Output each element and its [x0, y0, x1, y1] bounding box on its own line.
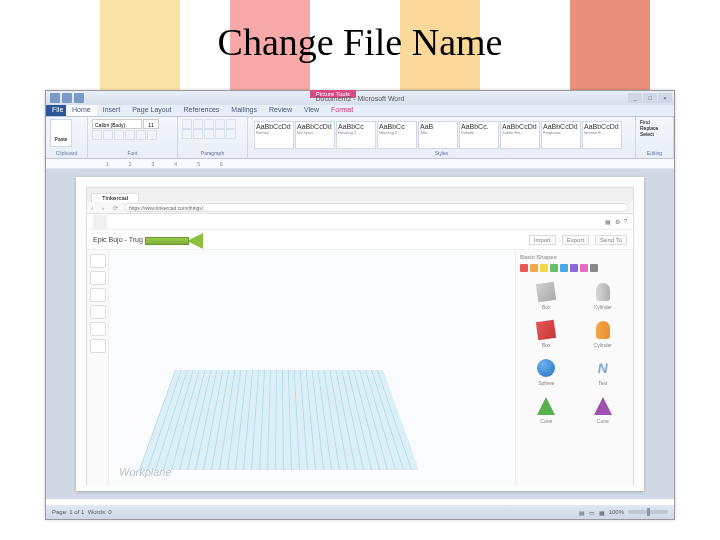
align-center-icon[interactable]	[193, 129, 203, 139]
style-item[interactable]: AaBbCcDdNormal	[254, 121, 294, 149]
number-list-icon[interactable]	[193, 119, 203, 129]
callout-arrow-icon	[145, 234, 205, 248]
zoom-out-icon[interactable]	[90, 322, 106, 336]
view-web-icon[interactable]: ▦	[599, 509, 605, 516]
style-item[interactable]: AaBbCcDdIntense E...	[582, 121, 622, 149]
sendto-button[interactable]: Send To	[595, 235, 627, 245]
reload-icon[interactable]: ⟳	[113, 204, 121, 211]
styles-group: AaBbCcDdNormalAaBbCcDdNo Spaci...AaBbCcH…	[248, 117, 636, 158]
canvas-3d[interactable]: Workplane	[109, 250, 515, 486]
tab-view[interactable]: View	[298, 105, 325, 116]
shape-sphere[interactable]: Sphere	[520, 354, 573, 388]
forward-icon[interactable]: ›	[102, 205, 110, 211]
fit-view-icon[interactable]	[90, 288, 106, 302]
word-count: Words: 0	[88, 509, 112, 515]
style-item[interactable]: AaBbCcDdNo Spaci...	[295, 121, 335, 149]
group-label: Styles	[252, 150, 631, 156]
font-group: Calibri (Body) 11 Font	[88, 117, 178, 158]
view-print-icon[interactable]: ▤	[579, 509, 585, 516]
close-button[interactable]: ×	[658, 93, 672, 103]
ortho-view-icon[interactable]	[90, 339, 106, 353]
line-spacing-icon[interactable]	[226, 129, 236, 139]
import-button[interactable]: Import	[529, 235, 556, 245]
color-swatch[interactable]	[570, 264, 578, 272]
group-label: Paragraph	[182, 150, 243, 156]
tab-review[interactable]: Review	[263, 105, 298, 116]
shape-text[interactable]: NText	[577, 354, 630, 388]
save-icon[interactable]	[50, 93, 60, 103]
viewcube-icon[interactable]	[90, 254, 106, 268]
settings-icon[interactable]: ⚙	[615, 218, 620, 225]
tab-file[interactable]: File	[46, 105, 66, 116]
style-item[interactable]: AaBbCcDdEmphasis	[541, 121, 581, 149]
tinkercad-header: ▦ ⚙ ?	[87, 214, 633, 230]
style-item[interactable]: AaBbCcDdSubtle Em...	[500, 121, 540, 149]
color-swatch[interactable]	[560, 264, 568, 272]
multilevel-icon[interactable]	[204, 119, 214, 129]
justify-icon[interactable]	[215, 129, 225, 139]
align-left-icon[interactable]	[182, 129, 192, 139]
color-swatch[interactable]	[530, 264, 538, 272]
shape-box-hole[interactable]: Box	[520, 278, 573, 312]
tab-home[interactable]: Home	[66, 105, 97, 116]
color-swatch[interactable]	[590, 264, 598, 272]
font-color-icon[interactable]	[147, 130, 157, 140]
home-view-icon[interactable]	[90, 271, 106, 285]
indent-inc-icon[interactable]	[226, 119, 236, 129]
indent-dec-icon[interactable]	[215, 119, 225, 129]
maximize-button[interactable]: □	[643, 93, 657, 103]
align-right-icon[interactable]	[204, 129, 214, 139]
back-icon[interactable]: ‹	[91, 205, 99, 211]
tinkercad-toolbar: Epic Bojo - Trug Import Export Send To	[87, 230, 633, 250]
help-icon[interactable]: ?	[624, 218, 627, 225]
color-swatch[interactable]	[540, 264, 548, 272]
style-item[interactable]: AaBbCcHeading 2	[377, 121, 417, 149]
strike-icon[interactable]	[125, 130, 135, 140]
select-button[interactable]: Select	[640, 131, 669, 137]
color-swatch[interactable]	[520, 264, 528, 272]
bullet-list-icon[interactable]	[182, 119, 192, 129]
styles-gallery[interactable]: AaBbCcDdNormalAaBbCcDdNo Spaci...AaBbCcH…	[252, 119, 631, 150]
shape-box[interactable]: Box	[520, 316, 573, 350]
workplane-label: Workplane	[119, 466, 172, 478]
shape-cone-green[interactable]: Cone	[520, 392, 573, 426]
style-item[interactable]: AaBbCcHeading 1	[336, 121, 376, 149]
panel-header: Basic Shapes	[520, 254, 629, 260]
bold-icon[interactable]	[92, 130, 102, 140]
subscript-icon[interactable]	[136, 130, 146, 140]
font-name-select[interactable]: Calibri (Body)	[92, 119, 142, 129]
zoom-in-icon[interactable]	[90, 305, 106, 319]
zoom-slider[interactable]	[628, 510, 668, 514]
underline-icon[interactable]	[114, 130, 124, 140]
tab-format[interactable]: Format	[325, 105, 359, 116]
view-read-icon[interactable]: ▭	[589, 509, 595, 516]
page-status: Page: 1 of 1	[52, 509, 84, 515]
tinkercad-logo-icon[interactable]	[93, 215, 107, 229]
export-button[interactable]: Export	[562, 235, 589, 245]
browser-tab[interactable]: Tinkercad	[91, 193, 139, 202]
shape-cone-purple[interactable]: Cone	[577, 392, 630, 426]
design-name-field[interactable]: Epic Bojo - Trug	[93, 236, 143, 243]
style-item[interactable]: AaBbCc.Subtitle	[459, 121, 499, 149]
url-input[interactable]: https://www.tinkercad.com/things/...	[124, 203, 629, 212]
shape-cylinder[interactable]: Cylinder	[577, 316, 630, 350]
color-swatch[interactable]	[550, 264, 558, 272]
paste-button[interactable]: Paste	[50, 119, 72, 147]
document-area: Tinkercad ‹ › ⟳ https://www.tinkercad.co…	[46, 169, 674, 499]
browser-screenshot: Tinkercad ‹ › ⟳ https://www.tinkercad.co…	[86, 187, 634, 485]
gallery-icon[interactable]: ▦	[605, 218, 611, 225]
font-size-select[interactable]: 11	[143, 119, 159, 129]
minimize-button[interactable]: _	[628, 93, 642, 103]
tab-insert[interactable]: Insert	[97, 105, 127, 116]
tab-page-layout[interactable]: Page Layout	[126, 105, 177, 116]
undo-icon[interactable]	[62, 93, 72, 103]
tab-references[interactable]: References	[178, 105, 226, 116]
tab-mailings[interactable]: Mailings	[225, 105, 263, 116]
ruler: 123456	[46, 159, 674, 169]
shape-cylinder-hole[interactable]: Cylinder	[577, 278, 630, 312]
italic-icon[interactable]	[103, 130, 113, 140]
redo-icon[interactable]	[74, 93, 84, 103]
color-swatch[interactable]	[580, 264, 588, 272]
tinkercad-workspace: Workplane Basic Shapes Box Cylinder Box …	[87, 250, 633, 486]
style-item[interactable]: AaBTitle	[418, 121, 458, 149]
